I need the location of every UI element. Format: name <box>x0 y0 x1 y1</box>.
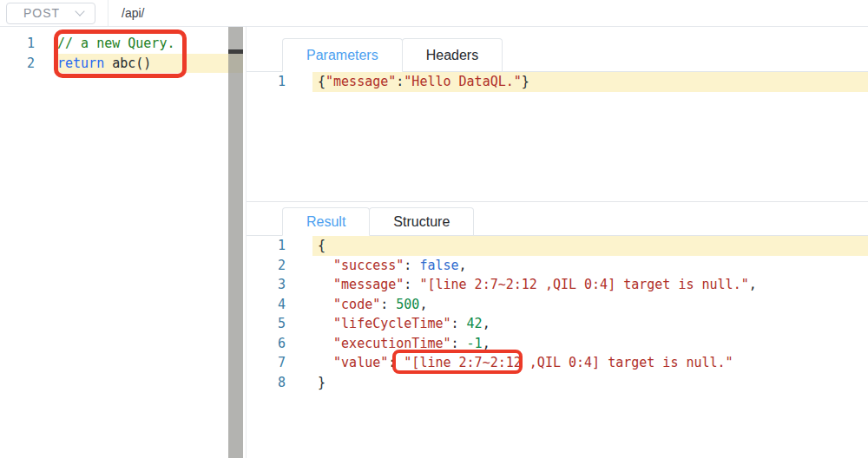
line-number: 5 <box>247 314 286 334</box>
code-text: {"message":"Hello DataQL."} <box>286 72 529 92</box>
query-editor-pane: 1// a new Query.2return abc() <box>0 27 243 458</box>
right-region: ParametersHeaders 1{"message":"Hello Dat… <box>246 27 868 458</box>
code-text: } <box>286 373 326 393</box>
code-line: 8} <box>247 373 868 393</box>
code-line: 4 "code": 500, <box>247 295 868 315</box>
chevron-down-icon <box>75 6 84 16</box>
code-line: 3 "message": "[line 2:7~2:12 ,QIL 0:4] t… <box>247 275 868 295</box>
main-area: 1// a new Query.2return abc() Parameters… <box>0 27 868 458</box>
editor-scrollbar[interactable] <box>228 27 243 458</box>
code-text: return abc() <box>35 54 151 74</box>
code-text: "lifeCycleTime": 42, <box>286 314 490 334</box>
line-number: 8 <box>247 373 286 393</box>
code-text: "executionTime": -1, <box>286 334 490 354</box>
topbar: POST /api/ <box>0 0 868 27</box>
url-input[interactable]: /api/ <box>122 6 144 20</box>
tab-result[interactable]: Result <box>282 207 370 236</box>
line-number: 3 <box>247 275 286 295</box>
code-line: 1// a new Query. <box>0 34 243 54</box>
line-number: 7 <box>247 353 286 373</box>
topbar-divider <box>108 0 108 26</box>
response-panel: ResultStructure 1{2 "success": false,3 "… <box>247 201 868 458</box>
request-tabs: ParametersHeaders <box>247 38 868 72</box>
code-text: "message": "[line 2:7~2:12 ,QIL 0:4] tar… <box>286 275 757 295</box>
line-number: 1 <box>0 34 35 54</box>
response-body-viewer: 1{2 "success": false,3 "message": "[line… <box>247 236 868 392</box>
tab-parameters[interactable]: Parameters <box>282 38 403 72</box>
line-number: 2 <box>247 256 286 276</box>
line-number: 4 <box>247 295 286 315</box>
tab-headers[interactable]: Headers <box>402 38 503 71</box>
code-line: 5 "lifeCycleTime": 42, <box>247 314 868 334</box>
method-select[interactable]: POST <box>6 3 95 24</box>
code-line: 2 "success": false, <box>247 256 868 276</box>
query-editor[interactable]: 1// a new Query.2return abc() <box>0 27 243 73</box>
code-text: // a new Query. <box>35 34 174 54</box>
code-text: { <box>286 236 326 256</box>
editor-scrollbar-thumb[interactable] <box>228 49 243 54</box>
code-line: 6 "executionTime": -1, <box>247 334 868 354</box>
line-number: 1 <box>247 72 286 92</box>
method-label: POST <box>23 6 60 20</box>
tab-structure[interactable]: Structure <box>369 207 474 235</box>
code-line: 1{ <box>247 236 868 256</box>
code-text: "value": "[line 2:7~2:12 ,QIL 0:4] targe… <box>286 353 733 373</box>
code-text: "success": false, <box>286 256 467 276</box>
response-tabs: ResultStructure <box>247 207 868 236</box>
code-text: "code": 500, <box>286 295 427 315</box>
line-number: 6 <box>247 334 286 354</box>
line-number: 1 <box>247 236 286 256</box>
line-number: 2 <box>0 54 35 74</box>
code-line: 1{"message":"Hello DataQL."} <box>247 72 868 92</box>
code-line: 2return abc() <box>0 54 243 74</box>
request-body-editor[interactable]: 1{"message":"Hello DataQL."} <box>247 72 868 92</box>
request-panel: ParametersHeaders 1{"message":"Hello Dat… <box>247 27 868 201</box>
code-line: 7 "value": "[line 2:7~2:12 ,QIL 0:4] tar… <box>247 353 868 373</box>
